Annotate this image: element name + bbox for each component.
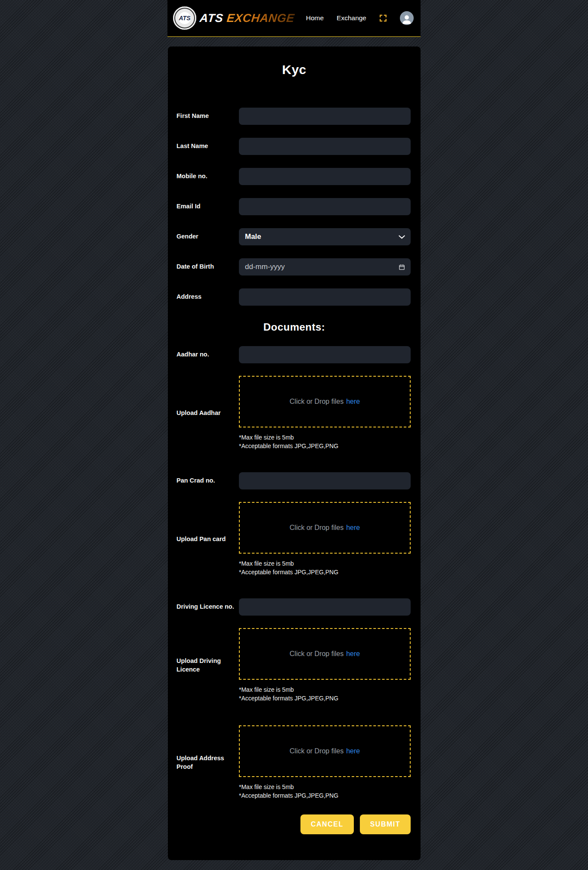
page: ATS ATS EXCHANGE Home Exchange Kyc	[0, 0, 588, 870]
upload-aadhar-label: Upload Aadhar	[176, 409, 239, 418]
max-size-note: *Max file size is 5mb	[239, 685, 411, 694]
kyc-card: Kyc First Name Last Name Mobile no. Emai…	[168, 46, 421, 860]
formats-note: *Acceptable formats JPG,JPEG,PNG	[239, 791, 411, 800]
page-title: Kyc	[168, 61, 421, 78]
email-label: Email Id	[176, 202, 239, 211]
form-row-last-name: Last Name	[168, 138, 421, 155]
kyc-form: First Name Last Name Mobile no. Email Id…	[168, 108, 421, 834]
mobile-input[interactable]	[239, 168, 411, 185]
dropzone-here-link[interactable]: here	[346, 398, 360, 406]
nav-item-home[interactable]: Home	[306, 14, 324, 22]
max-size-note: *Max file size is 5mb	[239, 559, 411, 568]
chevron-down-icon	[399, 235, 405, 239]
form-actions: CANCEL SUBMIT	[168, 814, 421, 834]
documents-heading: Documents:	[168, 319, 421, 335]
upload-address-proof-label: Upload Address Proof	[176, 754, 239, 771]
brand-name-secondary: EXCHANGE	[226, 12, 295, 25]
form-row-upload-licence: Upload Driving Licence Click or Drop fil…	[168, 628, 421, 703]
form-row-address: Address	[168, 288, 421, 306]
dropzone-text: Click or Drop files	[290, 747, 344, 755]
max-size-note: *Max file size is 5mb	[239, 783, 411, 791]
form-row-upload-address-proof: Upload Address Proof Click or Drop files…	[168, 725, 421, 800]
dropzone-text: Click or Drop files	[290, 398, 344, 406]
dropzone-here-link[interactable]: here	[346, 524, 360, 532]
dropzone-text: Click or Drop files	[290, 650, 344, 658]
dob-placeholder: dd-mm-yyyy	[245, 263, 285, 271]
address-label: Address	[176, 293, 239, 301]
submit-button[interactable]: SUBMIT	[360, 814, 411, 834]
aadhar-upload-dropzone[interactable]: Click or Drop files here	[239, 376, 411, 427]
gender-select[interactable]: Male	[239, 228, 411, 245]
aadhar-number-label: Aadhar no.	[176, 350, 239, 359]
brand-name-primary: ATS	[199, 12, 224, 25]
brand-badge-icon: ATS	[173, 6, 196, 30]
mobile-label: Mobile no.	[176, 172, 239, 181]
form-row-mobile: Mobile no.	[168, 168, 421, 185]
form-row-pan-number: Pan Crad no.	[168, 472, 421, 489]
form-row-dob: Date of Birth dd-mm-yyyy	[168, 258, 421, 276]
upload-licence-label: Upload Driving Licence	[176, 657, 239, 674]
pan-upload-dropzone[interactable]: Click or Drop files here	[239, 502, 411, 554]
formats-note: *Acceptable formats JPG,JPEG,PNG	[239, 568, 411, 576]
dropzone-here-link[interactable]: here	[346, 650, 360, 658]
calendar-icon[interactable]	[399, 264, 405, 270]
dob-label: Date of Birth	[176, 263, 239, 271]
dropzone-here-link[interactable]: here	[346, 747, 360, 755]
brand-logo[interactable]: ATS ATS EXCHANGE	[173, 6, 294, 30]
email-input[interactable]	[239, 198, 411, 215]
fullscreen-icon[interactable]	[379, 14, 387, 22]
licence-upload-dropzone[interactable]: Click or Drop files here	[239, 628, 411, 680]
pan-number-label: Pan Crad no.	[176, 477, 239, 485]
licence-number-label: Driving Licence no.	[176, 603, 239, 611]
brand-badge-text: ATS	[179, 15, 191, 22]
form-row-first-name: First Name	[168, 108, 421, 125]
first-name-input[interactable]	[239, 108, 411, 125]
form-row-licence-number: Driving Licence no.	[168, 598, 421, 616]
address-input[interactable]	[239, 288, 411, 306]
form-row-aadhar-number: Aadhar no.	[168, 346, 421, 363]
aadhar-number-input[interactable]	[239, 346, 411, 363]
upload-pan-label: Upload Pan card	[176, 535, 239, 544]
dob-date-input[interactable]: dd-mm-yyyy	[239, 258, 411, 276]
form-row-upload-pan: Upload Pan card Click or Drop files here…	[168, 502, 421, 576]
max-size-note: *Max file size is 5mb	[239, 433, 411, 442]
profile-avatar-icon[interactable]	[400, 11, 414, 25]
form-row-gender: Gender Male	[168, 228, 421, 245]
last-name-input[interactable]	[239, 138, 411, 155]
form-row-upload-aadhar: Upload Aadhar Click or Drop files here *…	[168, 376, 421, 450]
nav-links: Home Exchange	[306, 11, 414, 25]
formats-note: *Acceptable formats JPG,JPEG,PNG	[239, 694, 411, 703]
nav-item-exchange[interactable]: Exchange	[337, 14, 366, 22]
cancel-button[interactable]: CANCEL	[300, 814, 354, 834]
address-proof-upload-dropzone[interactable]: Click or Drop files here	[239, 725, 411, 777]
gender-label: Gender	[176, 232, 239, 241]
dropzone-text: Click or Drop files	[290, 524, 344, 532]
pan-number-input[interactable]	[239, 472, 411, 489]
licence-number-input[interactable]	[239, 598, 411, 616]
form-row-email: Email Id	[168, 198, 421, 215]
last-name-label: Last Name	[176, 142, 239, 151]
formats-note: *Acceptable formats JPG,JPEG,PNG	[239, 442, 411, 450]
gender-select-value: Male	[245, 232, 261, 241]
top-navbar: ATS ATS EXCHANGE Home Exchange	[167, 0, 421, 37]
first-name-label: First Name	[176, 112, 239, 121]
